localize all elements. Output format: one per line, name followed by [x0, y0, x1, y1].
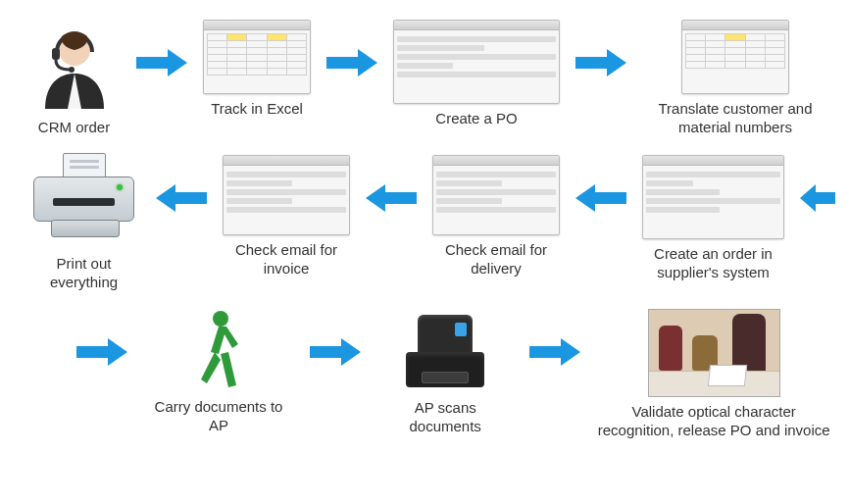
step-crm-order: CRM order — [27, 20, 121, 137]
step-ap-scans: AP scans documents — [376, 309, 514, 436]
svg-point-3 — [213, 311, 228, 327]
step-label: Check email for invoice — [223, 241, 350, 278]
step-label: Create a PO — [435, 110, 517, 128]
scanner-icon — [396, 309, 494, 393]
step-label: Translate customer and material numbers — [642, 100, 828, 137]
svg-point-2 — [69, 67, 75, 73]
flow-row-1: CRM order Track in Excel — [27, 20, 831, 137]
flow-row-3: Carry documents to AP AP scans documents… — [27, 309, 831, 440]
step-label: CRM order — [38, 119, 110, 137]
arrow-left-icon — [356, 159, 426, 237]
step-validate-ocr: Validate optical character recognition, … — [596, 309, 831, 440]
arrow-right-icon — [520, 313, 590, 391]
step-label: Validate optical character recognition, … — [596, 403, 831, 440]
email-window-icon — [223, 155, 350, 235]
step-check-invoice: Check email for invoice — [223, 155, 350, 278]
step-check-delivery: Check email for delivery — [432, 155, 560, 278]
step-label: Carry documents to AP — [143, 398, 294, 435]
arrow-left-icon — [146, 159, 217, 237]
arrow-right-icon — [566, 24, 636, 102]
svg-rect-1 — [52, 48, 60, 60]
arrow-right-icon — [300, 313, 371, 391]
step-create-po: Create a PO — [393, 20, 560, 128]
step-translate-numbers: Translate customer and material numbers — [642, 20, 828, 137]
step-track-excel: Track in Excel — [203, 20, 311, 119]
step-label: Check email for delivery — [432, 241, 560, 278]
step-label: Track in Excel — [211, 100, 303, 119]
step-label: Create an order in supplier's system — [642, 245, 784, 282]
arrow-left-icon — [790, 159, 845, 237]
excel-window-icon — [203, 20, 311, 94]
walking-person-icon — [189, 309, 248, 392]
form-window-icon — [642, 155, 784, 239]
step-print: Print out everything — [27, 151, 140, 292]
email-window-icon — [432, 155, 560, 235]
flow-row-2: Print out everything Check email for inv… — [27, 155, 831, 292]
step-label: Print out everything — [27, 255, 140, 292]
person-headset-icon — [27, 20, 121, 113]
arrow-right-icon — [317, 24, 387, 102]
step-carry-to-ap: Carry documents to AP — [143, 309, 294, 435]
office-photo-icon — [648, 309, 780, 397]
erp-window-icon — [393, 20, 560, 104]
step-create-supplier-order: Create an order in supplier's system — [642, 155, 784, 282]
step-label: AP scans documents — [376, 399, 514, 436]
arrow-right-icon — [126, 24, 197, 102]
printer-icon — [27, 151, 140, 249]
arrow-right-icon — [67, 313, 137, 391]
arrow-left-icon — [566, 159, 636, 237]
spreadsheet-window-icon — [681, 20, 789, 94]
